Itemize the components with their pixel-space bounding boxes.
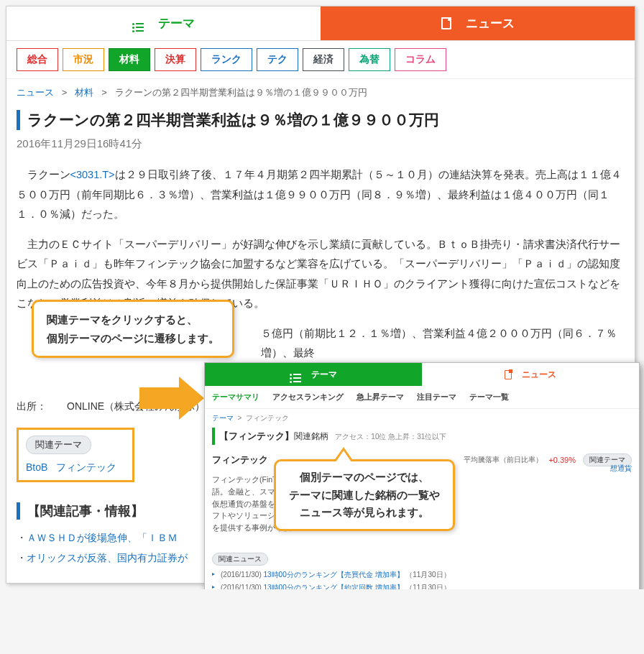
overlay-related-tag[interactable]: 想通貨	[610, 464, 632, 472]
overlay-subnav-item[interactable]: テーマサマリ	[212, 392, 259, 402]
overlay-subnav-item[interactable]: 注目テーマ	[417, 392, 456, 402]
category-経済[interactable]: 経済	[303, 48, 344, 71]
overlay-tab-theme[interactable]: テーマ	[205, 363, 422, 386]
overlay-subnav-item[interactable]: アクセスランキング	[272, 392, 344, 402]
tab-news[interactable]: ニュース	[321, 6, 635, 40]
document-icon	[505, 370, 512, 379]
category-市況[interactable]: 市況	[63, 48, 104, 71]
category-コラム[interactable]: コラム	[395, 48, 446, 71]
category-row: 総合市況材料決算ランクテク経済為替コラム	[6, 41, 635, 79]
tab-theme[interactable]: テーマ	[6, 6, 321, 40]
theme-detail-overlay: テーマ ニュース テーマサマリアクセスランキング急上昇テーマ注目テーマテーマ一覧…	[204, 362, 640, 589]
breadcrumb: ニュース > 材料 > ラクーンの第２四半期営業利益は９％増の１億９９００万円	[6, 79, 635, 106]
callout-related-theme: 関連テーマをクリックすると、 個別テーマのページに遷移します。	[32, 300, 234, 358]
related-theme-label: 関連テーマ	[26, 436, 91, 454]
ticker-link[interactable]: <3031.T>	[70, 169, 115, 180]
overlay-subnav-item[interactable]: テーマ一覧	[469, 392, 509, 402]
callout-theme-page: 個別テーマのページでは、 テーマに関連した銘柄の一覧や ニュース等が見られます。	[274, 459, 455, 531]
breadcrumb-mid[interactable]: 材料	[75, 87, 93, 98]
tab-theme-label: テーマ	[158, 15, 195, 32]
category-決算[interactable]: 決算	[155, 48, 196, 71]
breadcrumb-leaf: ラクーンの第２四半期営業利益は９％増の１億９９００万円	[115, 87, 367, 98]
arrow-icon	[139, 377, 204, 420]
page-title: ラクーンの第２四半期営業利益は９％増の１億９９００万円	[17, 110, 625, 130]
overlay-title: 【フィンテック】関連銘柄 アクセス：10位 急上昇：31位以下	[212, 428, 632, 445]
category-テク[interactable]: テク	[257, 48, 298, 71]
category-総合[interactable]: 総合	[17, 48, 58, 71]
overlay-tab-news[interactable]: ニュース	[422, 363, 639, 386]
related-article-link[interactable]: オリックスが反落、国内有力証券が	[27, 552, 188, 563]
overlay-news-label: 関連ニュース	[212, 553, 268, 566]
category-材料[interactable]: 材料	[109, 48, 150, 71]
list-icon	[132, 23, 144, 24]
category-ランク[interactable]: ランク	[201, 48, 252, 71]
article-timestamp: 2016年11月29日16時41分	[6, 137, 635, 158]
overlay-subnav-item[interactable]: 急上昇テーマ	[356, 392, 404, 402]
related-theme-tag[interactable]: フィンテック	[56, 461, 116, 473]
related-theme-box: 関連テーマ BtoBフィンテック	[17, 428, 134, 482]
overlay-news-link[interactable]: 13時00分のランキング【売買代金 増加率】	[264, 571, 404, 579]
tab-news-label: ニュース	[466, 15, 515, 32]
breadcrumb-root[interactable]: ニュース	[17, 87, 54, 98]
overlay-breadcrumb: テーマ > フィンテック	[205, 409, 639, 428]
related-theme-tag[interactable]: BtoB	[26, 461, 47, 473]
list-icon	[290, 374, 301, 375]
overlay-news-item: (2016/11/30) 13時00分のランキング【約定回数 増加率】 （11月…	[212, 581, 632, 589]
document-icon	[441, 17, 451, 29]
overlay-news-link[interactable]: 13時00分のランキング【約定回数 増加率】	[264, 584, 404, 589]
category-為替[interactable]: 為替	[349, 48, 390, 71]
overlay-news-item: (2016/11/30) 13時00分のランキング【売買代金 増加率】 （11月…	[212, 568, 632, 581]
overlay-rate: +0.39%	[548, 456, 576, 464]
related-article-link[interactable]: ＡＷＳＨＤが後場急伸、「ＩＢＭ	[27, 532, 178, 543]
